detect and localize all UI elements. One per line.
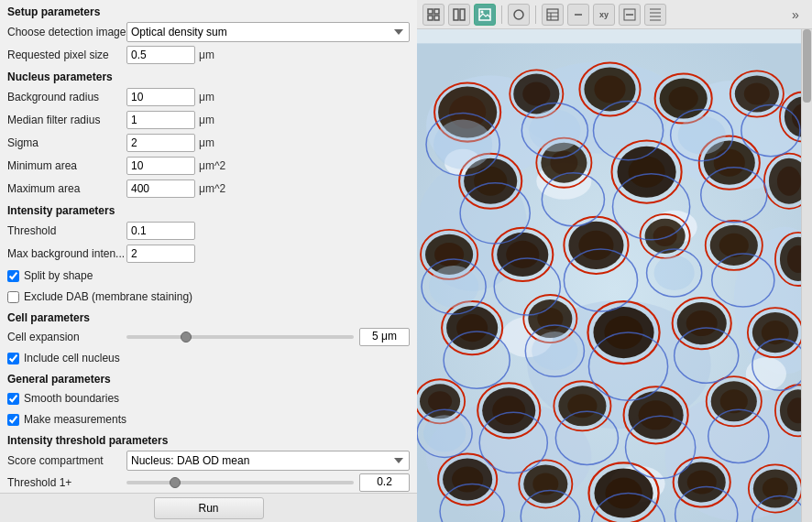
median-filter-row: Median filter radius μm [7, 110, 410, 130]
toolbar: xy » [417, 0, 812, 29]
min-area-label: Minimum area [7, 159, 126, 172]
svg-rect-5 [460, 9, 465, 20]
max-area-label: Maximum area [7, 182, 126, 195]
nucleus-section-title: Nucleus parameters [7, 71, 410, 83]
svg-rect-6 [479, 9, 490, 20]
cell-expansion-row: Cell expansion 5 μm [7, 328, 410, 346]
cell-image [417, 29, 812, 522]
svg-point-163 [433, 120, 492, 169]
choose-detection-row: Choose detection image Optical density s… [7, 22, 410, 42]
svg-point-90 [537, 308, 563, 330]
min-area-input[interactable] [126, 157, 195, 175]
threshold1-row: Threshold 1+ 0.2 [7, 473, 410, 492]
run-button[interactable]: Run [154, 497, 264, 519]
expand-icon[interactable]: » [785, 4, 807, 26]
grid2-icon[interactable] [644, 4, 666, 26]
svg-point-164 [529, 110, 580, 152]
svg-rect-2 [428, 16, 433, 20]
make-measurements-checkbox[interactable] [7, 414, 19, 426]
max-bg-label: Max background inten... [7, 247, 126, 260]
make-measurements-label: Make measurements [24, 413, 126, 426]
sigma-input[interactable] [126, 134, 195, 152]
score-compartment-row: Score compartment Nucleus: DAB OD mean [7, 451, 410, 471]
pixel-size-unit: μm [199, 49, 214, 61]
exclude-dab-checkbox[interactable] [7, 291, 19, 303]
svg-point-165 [678, 116, 726, 155]
sigma-row: Sigma μm [7, 133, 410, 153]
image-icon[interactable] [474, 4, 496, 26]
svg-point-60 [629, 157, 665, 188]
background-radius-label: Background radius [7, 91, 126, 103]
intensity-section-title: Intensity parameters [7, 204, 410, 217]
smooth-boundaries-label: Smooth boundaries [24, 392, 119, 405]
score-compartment-select[interactable]: Nucleus: DAB OD mean [126, 451, 410, 471]
threshold1-slider-container [126, 481, 354, 484]
table-icon[interactable] [542, 4, 564, 26]
toolbar-separator-2 [535, 5, 536, 24]
svg-point-105 [492, 396, 525, 425]
svg-point-39 [522, 82, 550, 105]
max-bg-input[interactable] [126, 245, 195, 263]
include-cell-checkbox[interactable] [7, 353, 19, 364]
svg-point-168 [532, 332, 577, 370]
svg-point-120 [452, 466, 483, 492]
cell-section-title: Cell parameters [7, 311, 410, 324]
make-measurements-row: Make measurements [7, 410, 410, 429]
max-area-input[interactable] [126, 179, 195, 198]
xy-icon[interactable]: xy [593, 4, 615, 26]
minus2-icon[interactable] [619, 4, 641, 26]
cell-svg [417, 29, 812, 522]
background-radius-input[interactable] [126, 88, 195, 106]
cell-expansion-label: Cell expansion [7, 331, 126, 343]
right-scrollbar-track[interactable] [801, 29, 812, 522]
right-panel: xy » [417, 0, 812, 522]
svg-point-8 [514, 10, 523, 19]
sigma-label: Sigma [7, 136, 126, 149]
minus-icon[interactable] [567, 4, 589, 26]
choose-detection-wrapper: Optical density sum [126, 22, 410, 42]
cell-expansion-slider[interactable] [126, 335, 354, 339]
max-bg-row: Max background inten... [7, 244, 410, 264]
background-radius-unit: μm [199, 91, 214, 103]
cell-expansion-value: 5 μm [359, 328, 410, 346]
svg-point-57 [550, 151, 577, 175]
parameters-scroll-area[interactable]: Setup parameters Choose detection image … [0, 0, 417, 493]
grid-icon[interactable] [422, 4, 444, 26]
svg-point-7 [481, 10, 484, 13]
svg-point-111 [639, 400, 674, 430]
setup-section-title: Setup parameters [7, 5, 410, 18]
svg-point-75 [578, 231, 613, 260]
median-filter-unit: μm [199, 114, 214, 126]
svg-point-54 [474, 167, 507, 196]
svg-point-166 [429, 266, 478, 308]
svg-point-99 [762, 321, 789, 344]
threshold1-label: Threshold 1+ [7, 476, 126, 489]
svg-point-45 [669, 86, 698, 110]
split-by-shape-checkbox[interactable] [7, 270, 19, 282]
svg-rect-4 [454, 9, 458, 20]
svg-point-78 [653, 226, 677, 246]
choose-detection-select[interactable]: Optical density sum [126, 22, 410, 42]
svg-point-169 [423, 415, 466, 451]
run-bar: Run [0, 493, 417, 522]
max-area-row: Maximum area μm^2 [7, 179, 410, 199]
circle-icon[interactable] [508, 4, 530, 26]
right-scrollbar-thumb[interactable] [803, 29, 811, 103]
split-icon[interactable] [448, 4, 470, 26]
toolbar-separator-1 [501, 5, 502, 24]
median-filter-input[interactable] [126, 111, 195, 129]
threshold-input[interactable] [126, 222, 195, 240]
sigma-unit: μm [199, 136, 214, 149]
svg-rect-0 [428, 9, 433, 14]
pixel-size-row: Requested pixel size μm [7, 45, 410, 65]
threshold1-slider[interactable] [126, 481, 354, 484]
svg-point-87 [456, 314, 488, 342]
split-by-shape-row: Split by shape [7, 266, 410, 285]
intensity-threshold-section-title: Intensity threshold parameters [7, 434, 410, 447]
svg-point-63 [714, 149, 745, 177]
min-area-row: Minimum area μm^2 [7, 156, 410, 176]
smooth-boundaries-checkbox[interactable] [7, 393, 19, 405]
pixel-size-input[interactable] [126, 46, 195, 64]
min-area-unit: μm^2 [199, 159, 225, 172]
svg-point-66 [777, 167, 801, 196]
